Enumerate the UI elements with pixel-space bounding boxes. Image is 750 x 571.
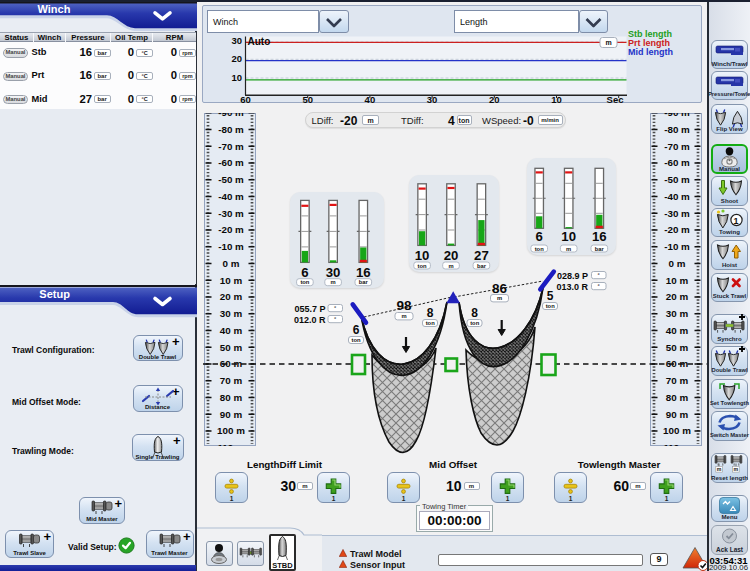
svg-text:1: 1 — [230, 495, 234, 502]
svg-text:°: ° — [598, 283, 600, 289]
svg-text:Setup: Setup — [39, 288, 70, 300]
svg-text:Auto: Auto — [248, 35, 271, 46]
svg-text:98: 98 — [396, 298, 412, 313]
svg-text:6: 6 — [353, 323, 360, 337]
svg-text:1: 1 — [569, 495, 573, 502]
svg-text:1: 1 — [665, 495, 669, 502]
svg-text:m: m — [401, 313, 406, 319]
svg-text:m: m — [734, 466, 739, 472]
svg-text:30: 30 — [231, 34, 242, 45]
svg-text:°: ° — [334, 305, 336, 311]
svg-text:10: 10 — [231, 71, 242, 82]
svg-text:ton: ton — [470, 320, 479, 326]
svg-text:1: 1 — [402, 495, 406, 502]
svg-text:013.0 R: 013.0 R — [556, 282, 588, 292]
svg-text:86: 86 — [492, 281, 508, 296]
svg-text:028.9 P: 028.9 P — [557, 271, 588, 281]
svg-text:ton: ton — [546, 303, 555, 309]
svg-text:m: m — [717, 466, 722, 472]
svg-text:8: 8 — [471, 306, 478, 320]
svg-text:055.7 P: 055.7 P — [294, 304, 325, 314]
svg-text:ton: ton — [351, 337, 360, 343]
svg-text:1: 1 — [332, 495, 336, 502]
svg-text:8: 8 — [427, 306, 434, 320]
svg-text:1: 1 — [506, 495, 510, 502]
svg-text:°: ° — [334, 316, 336, 322]
svg-text:1: 1 — [733, 215, 738, 225]
svg-text:m: m — [497, 295, 502, 301]
svg-text:ton: ton — [426, 320, 435, 326]
svg-text:5: 5 — [547, 289, 554, 303]
svg-text:Winch: Winch — [38, 3, 71, 15]
svg-text:m: m — [605, 39, 611, 46]
svg-text:012.0 R: 012.0 R — [294, 315, 326, 325]
svg-text:°: ° — [598, 272, 600, 278]
svg-text:20: 20 — [231, 53, 242, 64]
svg-text:STBD: STBD — [272, 560, 293, 569]
